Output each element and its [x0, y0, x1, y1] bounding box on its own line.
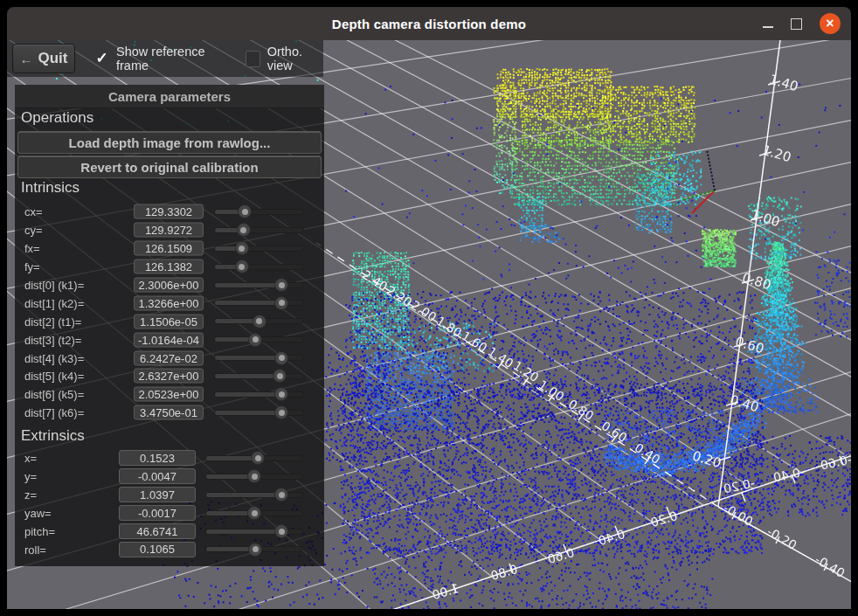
slider-fill — [215, 283, 282, 287]
param-value-box[interactable]: 0.1065 — [119, 542, 196, 557]
slider-knob[interactable] — [273, 369, 287, 383]
param-value-box[interactable]: -0.0017 — [119, 505, 196, 521]
maximize-icon — [791, 18, 802, 30]
checkbox[interactable]: ✓ Show reference frame — [94, 45, 226, 73]
panel-title: Camera parameters — [108, 89, 231, 104]
param-value-box[interactable]: 2.3006e+00 — [134, 278, 204, 293]
slider-knob[interactable] — [274, 351, 288, 365]
panel-header[interactable]: Camera parameters — [15, 85, 324, 108]
param-label: dist[2] (t1)= — [24, 315, 81, 328]
extrinsics-rows: x= 0.1523 y= -0.0047 — [15, 449, 324, 558]
param-label: yaw= — [24, 507, 52, 520]
param-value-box[interactable]: -1.0164e-04 — [134, 332, 204, 347]
param-row: cx= 129.3302 — [15, 203, 324, 221]
checkbox-group: ✓ Show reference frame Ortho. view — [94, 40, 323, 77]
param-value-box[interactable]: 2.0523e+00 — [134, 387, 204, 402]
slider-knob[interactable] — [235, 241, 249, 255]
minimize-button[interactable] — [763, 19, 773, 28]
param-slider[interactable] — [214, 405, 304, 419]
slider-knob[interactable] — [235, 260, 249, 273]
param-value-box[interactable]: 2.6327e+00 — [134, 369, 204, 384]
param-label: pitch= — [24, 525, 55, 538]
param-slider[interactable] — [214, 278, 304, 292]
slider-knob[interactable] — [251, 451, 265, 465]
slider-knob[interactable] — [274, 387, 288, 401]
param-slider[interactable] — [205, 451, 303, 465]
param-slider[interactable] — [205, 543, 303, 557]
param-slider[interactable] — [214, 204, 304, 218]
close-icon: × — [826, 17, 834, 31]
param-slider[interactable] — [205, 469, 303, 483]
param-value-box[interactable]: 3.4750e-01 — [134, 405, 204, 420]
param-label: x= — [24, 452, 37, 465]
title-bar[interactable]: Depth camera distortion demo × — [7, 7, 851, 40]
slider-knob[interactable] — [274, 278, 288, 292]
slider-knob[interactable] — [274, 296, 288, 310]
load-depth-image-button[interactable]: Load depth image from rawlog... — [17, 131, 322, 154]
param-value-box[interactable]: 129.9272 — [134, 223, 204, 238]
slider-knob[interactable] — [253, 315, 266, 329]
close-button[interactable]: × — [820, 13, 841, 34]
slider-knob[interactable] — [248, 333, 262, 347]
param-value-box[interactable]: 0.1523 — [119, 450, 196, 466]
toolbar: ← Quit ✓ Show reference frame Ortho. vie… — [7, 40, 323, 77]
param-slider[interactable] — [214, 315, 304, 329]
param-value-box[interactable]: 1.1506e-05 — [134, 314, 204, 329]
param-slider[interactable] — [205, 524, 303, 538]
slider-knob[interactable] — [274, 405, 288, 419]
checkmark-icon: ✓ — [95, 51, 107, 66]
checkbox-label: Show reference frame — [116, 45, 226, 73]
back-arrow-icon: ← — [20, 52, 33, 66]
param-label: dist[7] (k6)= — [24, 406, 84, 419]
slider-knob[interactable] — [237, 223, 251, 237]
param-slider[interactable] — [205, 506, 303, 520]
slider-knob[interactable] — [248, 543, 262, 557]
slider-knob[interactable] — [274, 524, 288, 538]
quit-label: Quit — [38, 50, 68, 67]
slider-fill — [215, 356, 282, 360]
param-slider[interactable] — [214, 351, 304, 365]
quit-button[interactable]: ← Quit — [12, 44, 75, 73]
checkbox[interactable]: Ortho. view — [246, 45, 323, 73]
param-row: dist[6] (k5)= 2.0523e+00 — [15, 385, 324, 404]
param-slider[interactable] — [205, 488, 303, 502]
param-row: z= 1.0397 — [15, 486, 324, 504]
param-slider[interactable] — [214, 241, 304, 255]
slider-knob[interactable] — [247, 469, 261, 483]
checkbox-box[interactable] — [246, 51, 260, 67]
checkbox-box[interactable]: ✓ — [94, 51, 109, 67]
param-slider[interactable] — [214, 223, 304, 237]
param-value-box[interactable]: 1.0397 — [119, 487, 196, 502]
param-row: roll= 0.1065 — [15, 540, 324, 558]
intrinsics-rows: cx= 129.3302 cy= 129.9272 — [15, 203, 324, 422]
param-label: roll= — [24, 543, 46, 556]
maximize-button[interactable] — [791, 18, 802, 30]
param-label: fx= — [24, 242, 40, 255]
param-value-box[interactable]: 6.2427e-02 — [134, 350, 204, 365]
revert-calibration-button[interactable]: Revert to original calibration — [17, 156, 322, 178]
param-label: dist[1] (k2)= — [24, 296, 84, 309]
param-value-box[interactable]: 129.3302 — [134, 204, 204, 219]
param-label: fy= — [24, 260, 40, 273]
param-row: yaw= -0.0017 — [15, 504, 324, 523]
param-slider[interactable] — [214, 387, 304, 401]
param-label: y= — [24, 470, 37, 483]
slider-fill — [215, 411, 282, 415]
slider-fill — [215, 374, 280, 378]
param-slider[interactable] — [214, 296, 304, 310]
slider-knob[interactable] — [274, 488, 288, 502]
param-value-box[interactable]: 46.6741 — [119, 523, 196, 539]
param-value-box[interactable]: 126.1509 — [134, 241, 204, 256]
slider-knob[interactable] — [247, 506, 261, 520]
param-slider[interactable] — [214, 333, 304, 347]
param-value-box[interactable]: 126.1382 — [134, 260, 204, 274]
param-value-box[interactable]: -0.0047 — [119, 468, 196, 484]
param-slider[interactable] — [214, 369, 304, 383]
param-row: dist[5] (k4)= 2.6327e+00 — [15, 367, 324, 385]
param-value-box[interactable]: 1.3266e+00 — [134, 295, 204, 310]
param-row: dist[0] (k1)= 2.3006e+00 — [15, 276, 324, 294]
param-slider[interactable] — [214, 260, 304, 273]
slider-fill — [215, 301, 282, 305]
slider-knob[interactable] — [238, 204, 252, 218]
param-label: z= — [24, 488, 37, 502]
